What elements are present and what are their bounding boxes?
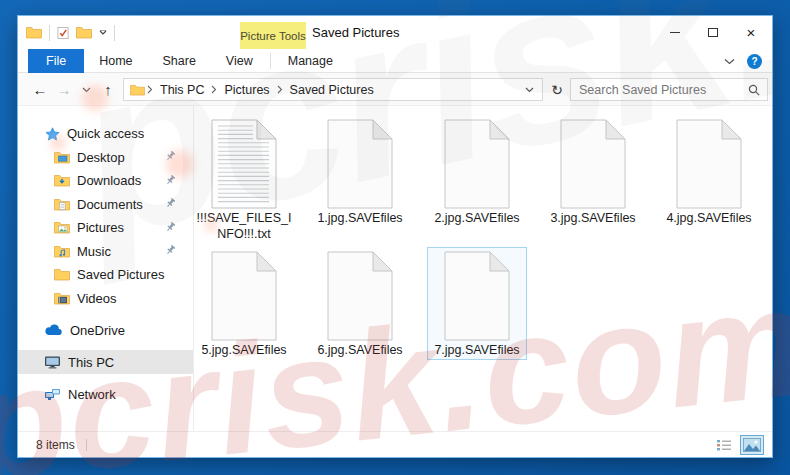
file-list: !!!SAVE_FILES_INFO!!!.txt1.jpg.SAVEfiles… bbox=[194, 106, 774, 433]
file-item-4-jpg-savefiles[interactable]: 4.jpg.SAVEfiles bbox=[659, 115, 759, 228]
sidebar-item-label: Downloads bbox=[77, 173, 141, 188]
sidebar-item-this-pc[interactable]: This PC bbox=[18, 350, 194, 374]
blank-file-icon bbox=[444, 251, 510, 341]
help-icon[interactable]: ? bbox=[747, 54, 762, 69]
title-bar: Picture Tools Saved Pictures × bbox=[18, 16, 772, 49]
sidebar-item-label: Network bbox=[68, 387, 116, 402]
folder-icon[interactable] bbox=[76, 26, 92, 39]
expand-ribbon-chevron-icon[interactable] bbox=[724, 58, 735, 65]
refresh-button[interactable]: ↻ bbox=[545, 73, 569, 106]
sidebar-item-label: OneDrive bbox=[70, 323, 125, 338]
sidebar-item-music[interactable]: Music bbox=[18, 240, 194, 264]
pin-icon bbox=[165, 174, 176, 185]
sidebar-item-quick-access[interactable]: Quick access bbox=[18, 122, 194, 146]
properties-check-icon[interactable] bbox=[57, 26, 69, 40]
tab-manage[interactable]: Manage bbox=[273, 49, 348, 73]
star-icon bbox=[45, 127, 60, 141]
sidebar-item-label: Desktop bbox=[77, 150, 125, 165]
sidebar: Quick accessDesktopDownloadsDocumentsPic… bbox=[18, 106, 194, 433]
close-button[interactable]: × bbox=[732, 16, 770, 49]
pin-icon bbox=[165, 245, 176, 256]
minimize-icon bbox=[670, 32, 680, 33]
blank-file-icon bbox=[327, 251, 393, 341]
maximize-button[interactable] bbox=[694, 16, 732, 49]
tab-file[interactable]: File bbox=[28, 49, 84, 73]
sidebar-item-pictures[interactable]: Pictures bbox=[18, 216, 194, 240]
back-button[interactable]: ← bbox=[28, 73, 52, 106]
breadcrumb-chevron-icon bbox=[145, 85, 155, 94]
blank-file-icon bbox=[327, 119, 393, 209]
folder-icon bbox=[54, 268, 70, 281]
sidebar-item-network[interactable]: Network bbox=[18, 382, 194, 406]
tab-home[interactable]: Home bbox=[84, 49, 147, 73]
breadcrumb: This PCPicturesSaved Pictures bbox=[145, 83, 379, 97]
file-item-1-jpg-savefiles[interactable]: 1.jpg.SAVEfiles bbox=[310, 115, 410, 228]
tab-view[interactable]: View bbox=[211, 49, 268, 73]
file-name: 3.jpg.SAVEfiles bbox=[544, 211, 642, 227]
blank-file-icon bbox=[327, 119, 393, 209]
forward-button[interactable]: → bbox=[52, 73, 76, 106]
folder-icon[interactable] bbox=[26, 26, 42, 39]
sidebar-item-label: Quick access bbox=[67, 126, 144, 141]
folder-desktop-icon bbox=[54, 151, 70, 164]
sidebar-item-documents[interactable]: Documents bbox=[18, 193, 194, 217]
details-view-button[interactable] bbox=[712, 435, 736, 455]
sidebar-item-onedrive[interactable]: OneDrive bbox=[18, 318, 194, 342]
file-item-save-files-info-txt[interactable]: !!!SAVE_FILES_INFO!!!.txt bbox=[194, 115, 294, 243]
address-history-chevron-icon[interactable] bbox=[525, 87, 534, 93]
view-toggles bbox=[712, 435, 764, 455]
separator bbox=[49, 25, 50, 41]
breadcrumb-saved-pictures[interactable]: Saved Pictures bbox=[285, 83, 379, 97]
blank-file-icon bbox=[327, 251, 393, 341]
sidebar-item-desktop[interactable]: Desktop bbox=[18, 146, 194, 170]
quick-access-toolbar bbox=[26, 16, 115, 49]
pin-icon bbox=[165, 151, 176, 162]
file-item-2-jpg-savefiles[interactable]: 2.jpg.SAVEfiles bbox=[427, 115, 527, 228]
details-view-icon bbox=[716, 438, 732, 452]
search-input[interactable] bbox=[571, 79, 767, 100]
folder-downloads-icon bbox=[54, 174, 70, 187]
up-button[interactable]: ↑ bbox=[96, 73, 120, 106]
address-field-right bbox=[525, 87, 542, 93]
file-name: !!!SAVE_FILES_INFO!!!.txt bbox=[195, 211, 293, 242]
folder-music-icon bbox=[54, 245, 70, 258]
this-pc-icon bbox=[44, 355, 61, 369]
thumbnails-view-button[interactable] bbox=[740, 435, 764, 455]
file-item-3-jpg-savefiles[interactable]: 3.jpg.SAVEfiles bbox=[543, 115, 643, 228]
file-item-5-jpg-savefiles[interactable]: 5.jpg.SAVEfiles bbox=[194, 247, 294, 360]
network-icon bbox=[44, 388, 61, 401]
recent-locations-chevron-icon[interactable] bbox=[74, 73, 98, 106]
blank-file-icon bbox=[444, 119, 510, 209]
tab-share[interactable]: Share bbox=[148, 49, 211, 73]
sidebar-item-videos[interactable]: Videos bbox=[18, 287, 194, 311]
close-icon: × bbox=[747, 25, 756, 40]
sidebar-item-saved-pictures[interactable]: Saved Pictures bbox=[18, 263, 194, 287]
folder-documents-icon bbox=[54, 198, 70, 211]
sidebar-item-label: Videos bbox=[77, 291, 117, 306]
search-icon[interactable] bbox=[748, 84, 761, 97]
minimize-button[interactable] bbox=[656, 16, 694, 49]
blank-file-icon bbox=[676, 119, 742, 209]
blank-file-icon bbox=[211, 251, 277, 341]
file-item-6-jpg-savefiles[interactable]: 6.jpg.SAVEfiles bbox=[310, 247, 410, 360]
pin-icon bbox=[165, 221, 176, 232]
blank-file-icon bbox=[676, 119, 742, 209]
explorer-window: Picture Tools Saved Pictures × FileHomeS… bbox=[17, 15, 773, 458]
folder-pictures-icon bbox=[54, 221, 70, 234]
sidebar-item-downloads[interactable]: Downloads bbox=[18, 169, 194, 193]
dropdown-chevron-icon[interactable] bbox=[99, 30, 107, 35]
address-field[interactable]: This PCPicturesSaved Pictures bbox=[123, 78, 543, 101]
file-name: 5.jpg.SAVEfiles bbox=[195, 343, 293, 359]
folder-icon bbox=[130, 84, 145, 96]
file-item-7-jpg-savefiles[interactable]: 7.jpg.SAVEfiles bbox=[427, 247, 527, 360]
contextual-tab-header: Picture Tools bbox=[240, 22, 306, 49]
breadcrumb-this-pc[interactable]: This PC bbox=[155, 83, 209, 97]
breadcrumb-pictures[interactable]: Pictures bbox=[219, 83, 274, 97]
file-name: 4.jpg.SAVEfiles bbox=[660, 211, 758, 227]
maximize-icon bbox=[708, 28, 718, 37]
blank-file-icon bbox=[444, 251, 510, 341]
blank-file-icon bbox=[444, 119, 510, 209]
blank-file-icon bbox=[211, 251, 277, 341]
main-area: Quick accessDesktopDownloadsDocumentsPic… bbox=[18, 106, 772, 433]
file-name: 2.jpg.SAVEfiles bbox=[428, 211, 526, 227]
